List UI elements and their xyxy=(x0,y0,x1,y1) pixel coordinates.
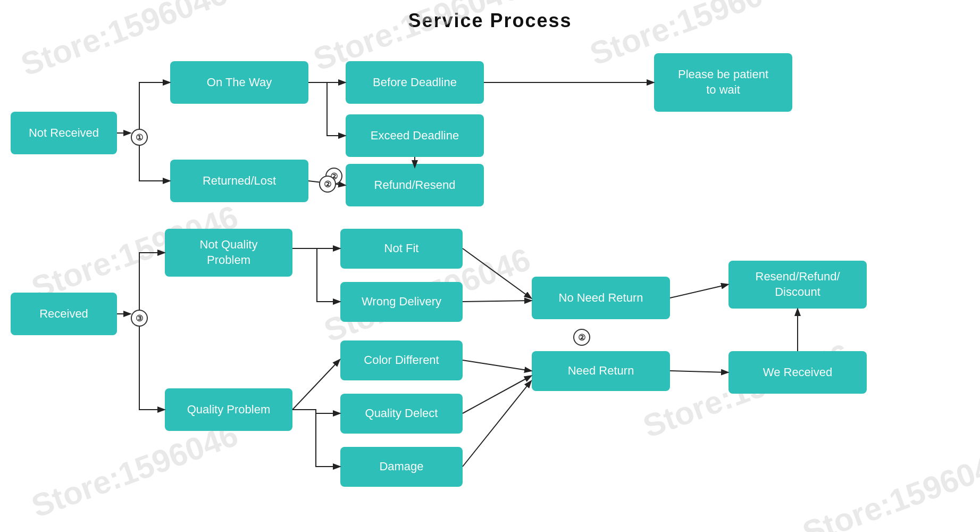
svg-line-15 xyxy=(670,371,727,372)
svg-line-9 xyxy=(463,248,531,298)
circle-3: ③ xyxy=(131,310,148,327)
node-we-received: We Received xyxy=(728,351,867,394)
node-received: Received xyxy=(11,293,117,335)
node-not-quality: Not Quality Problem xyxy=(165,229,292,277)
watermark-7: Store:1596046 xyxy=(27,416,242,525)
circle-2-bottom: ② xyxy=(573,329,590,346)
node-wrong-delivery: Wrong Delivery xyxy=(340,282,463,322)
node-before-deadline: Before Deadline xyxy=(346,61,484,104)
node-no-need-return: No Need Return xyxy=(532,277,670,319)
node-refund-resend: Refund/Resend xyxy=(346,164,484,206)
svg-line-10 xyxy=(463,301,531,302)
node-on-the-way: On The Way xyxy=(170,61,308,104)
node-need-return: Need Return xyxy=(532,351,670,391)
node-not-fit: Not Fit xyxy=(340,229,463,269)
node-color-different: Color Different xyxy=(340,340,463,380)
svg-line-13 xyxy=(463,381,531,467)
svg-line-8 xyxy=(292,360,339,410)
svg-line-14 xyxy=(670,285,727,298)
node-not-received: Not Received xyxy=(11,112,117,154)
node-resend-refund-discount: Resend/Refund/ Discount xyxy=(728,261,867,309)
page-title: Service Process xyxy=(0,0,980,32)
node-damage: Damage xyxy=(340,447,463,487)
node-exceed-deadline: Exceed Deadline xyxy=(346,114,484,157)
circle-2-mid: ② xyxy=(319,176,336,193)
node-returned-lost: Returned/Lost xyxy=(170,160,308,202)
node-quality-problem: Quality Problem xyxy=(165,388,292,431)
node-quality-defect: Quality Delect xyxy=(340,394,463,434)
watermark-8: Store:1596046 xyxy=(798,443,980,532)
circle-1: ① xyxy=(131,129,148,146)
node-please-wait: Please be patient to wait xyxy=(654,53,792,112)
svg-line-12 xyxy=(463,376,531,413)
svg-line-11 xyxy=(463,360,531,371)
